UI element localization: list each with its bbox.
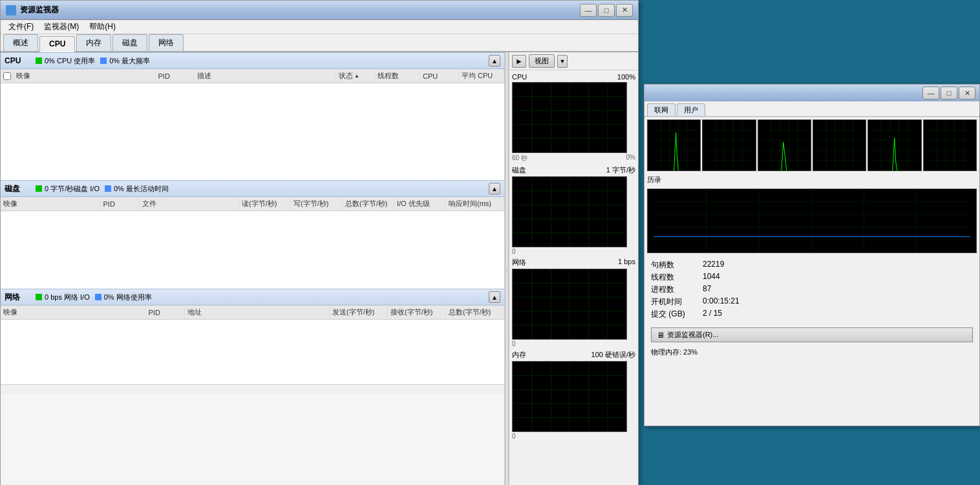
cpu-select-all-checkbox[interactable] <box>3 72 11 80</box>
disk-section-body <box>1 211 504 289</box>
disk-col-read: 读(字节/秒) <box>239 197 291 211</box>
disk-collapse-button[interactable]: ▲ <box>489 183 500 194</box>
disk-col-pid: PID <box>101 197 140 211</box>
net-col-send: 发送(字节/秒) <box>330 305 388 319</box>
cpu-chart-bottom: 60 秒 0% <box>512 154 635 163</box>
history-label: 历录 <box>644 174 979 186</box>
info-row-handles: 句柄数 22219 <box>651 260 973 271</box>
cpu-col-avg-cpu: 平均 CPU <box>459 69 504 83</box>
second-window: — □ ✕ 联网 用户 <box>644 84 980 426</box>
cpu-collapse-button[interactable]: ▲ <box>489 55 500 67</box>
net-col-total: 总数(字节/秒) <box>446 305 504 319</box>
tab-cpu[interactable]: CPU <box>39 36 75 52</box>
disk-chart-label: 磁盘 <box>512 165 526 175</box>
cpu-green-dot <box>36 57 42 64</box>
net-col-recv: 接收(字节/秒) <box>388 305 446 319</box>
horizontal-scrollbar[interactable] <box>1 384 504 395</box>
cpu-charts-grid <box>644 117 979 174</box>
disk-col-write: 写(字节/秒) <box>291 197 343 211</box>
cpu-chart-min: 0% <box>626 154 635 163</box>
menu-monitor[interactable]: 监视器(M) <box>39 20 84 34</box>
history-graph <box>647 189 977 253</box>
processes-label: 进程数 <box>651 284 703 295</box>
handles-value: 22219 <box>703 260 724 271</box>
threads-value: 1044 <box>703 272 720 283</box>
right-panel: ► 视图 ▼ CPU 100% <box>509 52 638 485</box>
second-tab-network[interactable]: 联网 <box>647 103 676 116</box>
cpu-indicator-2: 0% 最大频率 <box>100 56 150 66</box>
resource-monitor-button[interactable]: 🖥 资源监视器(R)... <box>651 327 973 342</box>
net-col-address: 地址 <box>185 305 330 319</box>
handles-label: 句柄数 <box>651 260 703 271</box>
main-window-title: 资源监视器 <box>20 5 580 15</box>
network-indicator-2: 0% 网络使用率 <box>95 293 152 302</box>
network-section-body <box>1 320 504 384</box>
left-panel: CPU 0% CPU 使用率 0% 最大频率 ▲ 映像 PID 描述 <box>1 52 505 485</box>
cpu-section-body <box>1 83 504 180</box>
nav-back-button[interactable]: ► <box>512 55 526 68</box>
network-indicator-1: 0 bps 网络 I/O <box>36 293 90 302</box>
network-blue-dot <box>95 294 101 300</box>
second-close-btn[interactable]: ✕ <box>959 87 975 99</box>
disk-indicator-1: 0 字节/秒磁盘 I/O <box>36 184 100 194</box>
memory-chart-label: 内存 <box>512 350 526 360</box>
mini-chart-1 <box>647 119 701 171</box>
network-chart-max: 1 bps <box>618 258 635 267</box>
uptime-label: 开机时间 <box>651 296 703 307</box>
cpu-section-header[interactable]: CPU 0% CPU 使用率 0% 最大频率 ▲ <box>1 52 504 69</box>
network-chart-bottom: 0 <box>512 340 635 347</box>
cpu-indicator-1: 0% CPU 使用率 <box>36 56 95 66</box>
mini-chart-2 <box>702 119 756 171</box>
threads-label: 线程数 <box>651 272 703 283</box>
second-minimize-btn[interactable]: — <box>922 87 939 99</box>
minimize-button[interactable]: — <box>580 4 597 17</box>
disk-section-title: 磁盘 <box>5 183 30 194</box>
network-collapse-button[interactable]: ▲ <box>489 291 500 303</box>
maximize-button[interactable]: □ <box>598 4 615 17</box>
menu-bar: 文件(F) 监视器(M) 帮助(H) <box>1 20 638 34</box>
menu-file[interactable]: 文件(F) <box>3 20 39 34</box>
second-tab-bar: 联网 用户 <box>644 101 979 117</box>
main-title-bar: 资源监视器 — □ ✕ <box>1 1 638 20</box>
right-toolbar: ► 视图 ▼ <box>509 52 638 70</box>
net-col-image: 映像 <box>1 305 146 319</box>
cpu-chart-time: 60 秒 <box>512 154 527 163</box>
menu-help[interactable]: 帮助(H) <box>84 20 121 34</box>
cpu-chart-canvas <box>512 82 627 153</box>
tab-network[interactable]: 网络 <box>149 34 184 51</box>
network-chart-item: 网络 1 bps <box>512 258 635 347</box>
tab-memory[interactable]: 内存 <box>76 34 111 51</box>
cpu-col-checkbox <box>1 69 14 83</box>
network-chart-canvas <box>512 269 627 340</box>
network-chart-label: 网络 <box>512 258 526 267</box>
history-graph-area <box>644 186 979 256</box>
view-dropdown-arrow[interactable]: ▼ <box>557 55 568 68</box>
cpu-section-title: CPU <box>5 56 30 65</box>
net-col-pid: PID <box>146 305 185 319</box>
memory-chart-canvas <box>512 361 627 432</box>
second-tab-users[interactable]: 用户 <box>677 103 705 116</box>
second-window-controls: — □ ✕ <box>922 87 975 99</box>
network-green-dot <box>36 294 42 300</box>
network-section-header[interactable]: 网络 0 bps 网络 I/O 0% 网络使用率 ▲ <box>1 289 504 305</box>
second-maximize-btn[interactable]: □ <box>941 87 957 99</box>
memory-chart-item: 内存 100 硬错误/秒 <box>512 350 635 440</box>
disk-section-header[interactable]: 磁盘 0 字节/秒磁盘 I/O 0% 最长活动时间 ▲ <box>1 180 504 197</box>
cpu-col-pid: PID <box>156 69 195 83</box>
disk-col-total: 总数(字节/秒) <box>343 197 394 211</box>
network-chart-min: 0 <box>512 340 516 347</box>
memory-chart-label-row: 内存 100 硬错误/秒 <box>512 350 635 360</box>
second-title-bar: — □ ✕ <box>644 85 979 101</box>
cpu-chart-item: CPU 100% <box>512 73 635 163</box>
disk-indicator-2: 0% 最长活动时间 <box>105 184 169 194</box>
cpu-table-header: 映像 PID 描述 状态 ▲ 线程数 CPU 平均 CPU <box>1 69 504 83</box>
memory-chart-bottom: 0 <box>512 433 635 440</box>
view-button[interactable]: 视图 <box>529 54 555 68</box>
info-row-commit: 提交 (GB) 2 / 15 <box>651 309 973 320</box>
cpu-blue-dot <box>100 57 107 64</box>
disk-col-priority: I/O 优先级 <box>394 197 446 211</box>
close-button[interactable]: ✕ <box>616 4 633 17</box>
tab-overview[interactable]: 概述 <box>3 34 38 51</box>
tab-disk[interactable]: 磁盘 <box>112 34 147 51</box>
cpu-chart-label: CPU <box>512 73 527 81</box>
